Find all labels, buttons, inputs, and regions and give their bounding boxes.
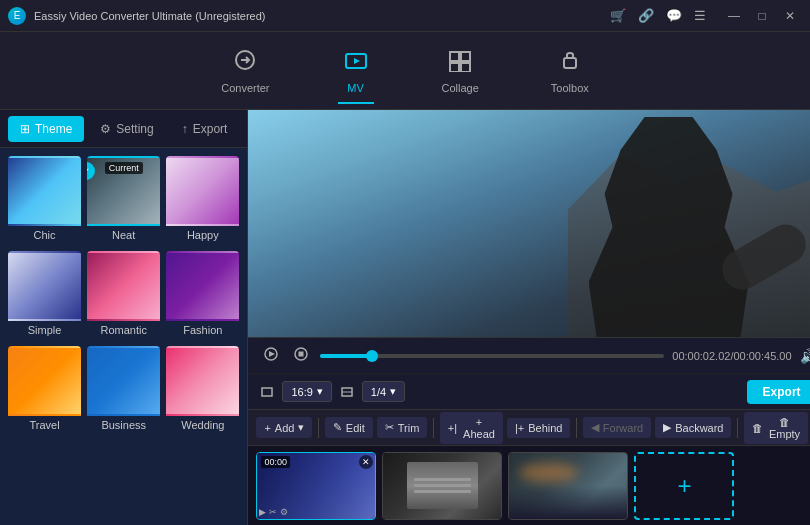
nav-converter[interactable]: Converter: [205, 40, 285, 102]
content-area: ⊞ Theme ⚙ Setting ↑ Export Chic ✓: [0, 110, 810, 525]
tab-setting[interactable]: ⚙ Setting: [88, 116, 165, 142]
menu-icon[interactable]: ☰: [694, 8, 706, 23]
link-icon[interactable]: 🔗: [638, 8, 654, 23]
theme-item-business[interactable]: Business: [87, 346, 160, 435]
stop-button[interactable]: [290, 345, 312, 366]
nav-toolbox[interactable]: Toolbox: [535, 40, 605, 102]
video-controls-row2: 16:9 ▾ 1/4 ▾ Export: [248, 373, 810, 409]
app-icon: E: [8, 7, 26, 25]
theme-label-chic: Chic: [34, 229, 56, 245]
export-tab-label: Export: [193, 122, 228, 136]
add-clip-plus-icon: +: [677, 472, 691, 500]
ratio-select[interactable]: 16:9 ▾: [282, 381, 331, 402]
timeline: 00:00 ✕ ▶ ✂ ⚙: [248, 445, 810, 525]
video-controls: 00:00:02.02/00:00:45.00 🔊: [248, 337, 810, 373]
empty-button[interactable]: 🗑 🗑 Empty: [744, 412, 808, 444]
theme-item-wedding[interactable]: Wedding: [166, 346, 239, 435]
clip-settings-icon[interactable]: ⚙: [280, 507, 288, 517]
forward-button[interactable]: ◀ Forward: [583, 417, 651, 438]
theme-thumb-business: [87, 346, 160, 416]
clip-cut-icon[interactable]: ✂: [269, 507, 277, 517]
titlebar-icons: 🛒 🔗 💬 ☰: [610, 8, 706, 23]
progress-bar[interactable]: [320, 354, 664, 358]
theme-label-happy: Happy: [187, 229, 219, 245]
close-button[interactable]: ✕: [778, 6, 802, 26]
ahead-button[interactable]: +| + Ahead: [440, 412, 503, 444]
theme-item-fashion[interactable]: Fashion: [166, 251, 239, 340]
app-title: Eassiy Video Converter Ultimate (Unregis…: [34, 10, 610, 22]
clip-controls-1: ▶ ✂ ⚙: [259, 507, 288, 517]
selected-check-badge: ✓: [87, 162, 95, 180]
play-button[interactable]: [260, 345, 282, 366]
theme-label-travel: Travel: [29, 419, 59, 435]
timeline-clip-1[interactable]: 00:00 ✕ ▶ ✂ ⚙: [256, 452, 376, 520]
maximize-button[interactable]: □: [750, 6, 774, 26]
backward-button[interactable]: ▶ Backward: [655, 417, 731, 438]
timeline-clip-2[interactable]: [382, 452, 502, 520]
nav-collage[interactable]: Collage: [426, 40, 495, 102]
quality-icon: [340, 385, 354, 399]
theme-thumb-wedding: [166, 346, 239, 416]
theme-item-simple[interactable]: Simple: [8, 251, 81, 340]
add-button[interactable]: + Add ▾: [256, 417, 312, 438]
clip-play-icon[interactable]: ▶: [259, 507, 266, 517]
tab-theme[interactable]: ⊞ Theme: [8, 116, 84, 142]
cart-icon[interactable]: 🛒: [610, 8, 626, 23]
tab-export[interactable]: ↑ Export: [170, 116, 240, 142]
theme-thumb-fashion: [166, 251, 239, 321]
svg-rect-4: [461, 52, 470, 61]
setting-tab-icon: ⚙: [100, 122, 111, 136]
theme-item-happy[interactable]: Happy: [166, 156, 239, 245]
window-controls: — □ ✕: [722, 6, 802, 26]
nav-collage-label: Collage: [442, 82, 479, 94]
add-icon: +: [264, 422, 270, 434]
bottom-toolbar: + Add ▾ ✎ Edit ✂ Trim +| + Ahead |+ Behi…: [248, 409, 810, 445]
volume-icon[interactable]: 🔊: [800, 348, 810, 364]
ahead-icon: +|: [448, 422, 457, 434]
collage-icon: [446, 48, 474, 78]
theme-item-neat[interactable]: ✓ Current Neat: [87, 156, 160, 245]
theme-thumb-neat: ✓ Current: [87, 156, 160, 226]
trim-icon: ✂: [385, 421, 394, 434]
add-clip-button[interactable]: +: [634, 452, 734, 520]
preview-background: [248, 110, 810, 337]
edit-button[interactable]: ✎ Edit: [325, 417, 373, 438]
nav-mv-label: MV: [347, 82, 364, 94]
forward-icon: ◀: [591, 421, 599, 434]
theme-grid: Chic ✓ Current Neat Happy Simple: [0, 148, 247, 525]
theme-item-romantic[interactable]: Romantic: [87, 251, 160, 340]
backward-icon: ▶: [663, 421, 671, 434]
nav-toolbox-label: Toolbox: [551, 82, 589, 94]
svg-marker-9: [269, 351, 275, 357]
edit-icon: ✎: [333, 421, 342, 434]
timeline-clip-3[interactable]: [508, 452, 628, 520]
setting-tab-label: Setting: [116, 122, 153, 136]
theme-label-neat: Neat: [112, 229, 135, 245]
ratio-chevron-icon: ▾: [317, 385, 323, 398]
theme-item-travel[interactable]: Travel: [8, 346, 81, 435]
behind-icon: |+: [515, 422, 524, 434]
theme-item-chic[interactable]: Chic: [8, 156, 81, 245]
export-button[interactable]: Export: [747, 380, 810, 404]
chat-icon[interactable]: 💬: [666, 8, 682, 23]
add-chevron-icon: ▾: [298, 421, 304, 434]
clip-close-1[interactable]: ✕: [359, 455, 373, 469]
minimize-button[interactable]: —: [722, 6, 746, 26]
theme-thumb-simple: [8, 251, 81, 321]
theme-label-business: Business: [101, 419, 146, 435]
svg-rect-7: [564, 58, 576, 68]
main-nav: Converter MV Collage Toolbox: [0, 32, 810, 110]
trim-button[interactable]: ✂ Trim: [377, 417, 428, 438]
svg-rect-6: [461, 63, 470, 72]
nav-mv[interactable]: MV: [326, 40, 386, 102]
converter-icon: [231, 48, 259, 78]
toolbox-icon: [556, 48, 584, 78]
quality-select[interactable]: 1/4 ▾: [362, 381, 405, 402]
svg-rect-12: [262, 388, 272, 396]
left-panel: ⊞ Theme ⚙ Setting ↑ Export Chic ✓: [0, 110, 248, 525]
svg-rect-11: [299, 352, 304, 357]
theme-thumb-romantic: [87, 251, 160, 321]
clip-time-1: 00:00: [261, 456, 290, 468]
behind-button[interactable]: |+ Behind: [507, 418, 571, 438]
mv-icon: [342, 48, 370, 78]
